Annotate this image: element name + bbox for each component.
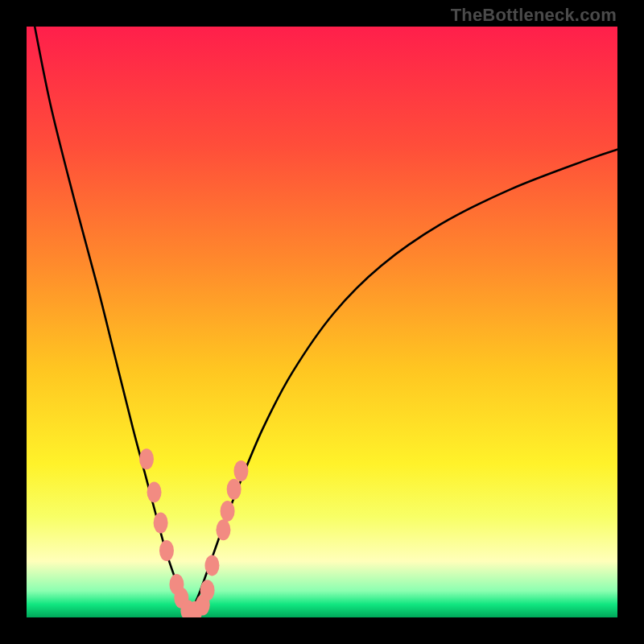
marker-point [204,555,219,576]
marker-point [227,479,242,500]
marker-point [221,501,235,522]
plot-area [27,27,617,617]
marker-point [147,481,162,502]
marker-point [216,519,230,540]
chart-frame: TheBottleneck.com [0,0,644,644]
gradient-background [27,27,617,617]
marker-point [159,540,174,561]
chart-svg [27,27,617,617]
marker-point [233,460,248,481]
marker-point [154,513,168,534]
marker-point [200,580,215,601]
watermark-text: TheBottleneck.com [451,5,617,26]
marker-point [139,448,154,469]
